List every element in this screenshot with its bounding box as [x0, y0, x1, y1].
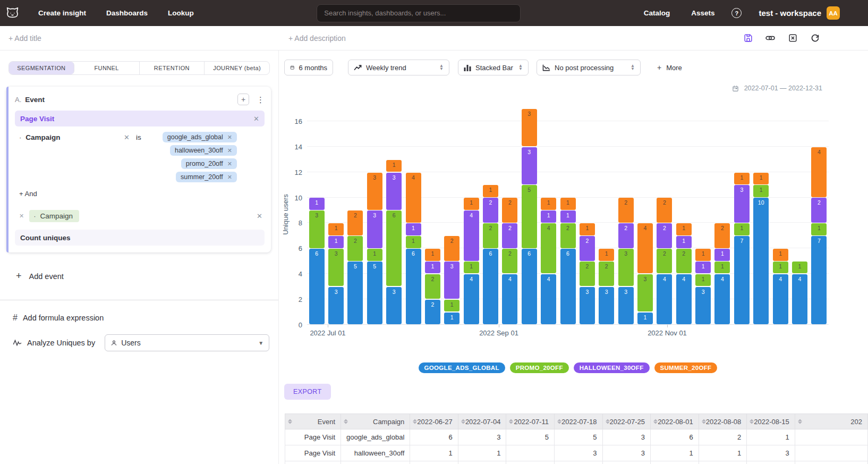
- bar-segment-summer-20off-2022-09-19[interactable]: 1: [541, 198, 556, 209]
- legend-pill-halloween-30off[interactable]: HALLOWEEN_30OFF: [574, 362, 650, 373]
- sort-icon[interactable]: [798, 419, 802, 424]
- bar-segment-halloween-30off-2022-06-27[interactable]: 1: [309, 198, 325, 209]
- avatar[interactable]: AA: [827, 6, 840, 20]
- trend-select[interactable]: Weekly trend ▲▼: [348, 60, 449, 75]
- bar-segment-google-ads-global-2022-08-15[interactable]: 1: [444, 313, 459, 324]
- bar-segment-summer-20off-2022-07-11[interactable]: 2: [347, 210, 363, 235]
- sort-icon[interactable]: [461, 419, 465, 424]
- bar-segment-google-ads-global-2022-07-18[interactable]: 5: [367, 261, 382, 324]
- bar-segment-promo-20off-2022-09-12[interactable]: 5: [522, 185, 537, 248]
- bar-segment-halloween-30off-2022-11-21[interactable]: 1: [714, 249, 730, 260]
- workspace-name[interactable]: test - workspace: [759, 9, 821, 18]
- bar-segment-google-ads-global-2022-09-12[interactable]: 6: [522, 249, 537, 324]
- remove-breakdown-icon[interactable]: ✕: [19, 213, 24, 220]
- bar-segment-promo-20off-2022-09-26[interactable]: 2: [560, 223, 576, 248]
- bar-segment-google-ads-global-2022-06-27[interactable]: 6: [309, 249, 325, 324]
- table-header-2022-08-08[interactable]: 2022-08-08: [699, 414, 747, 429]
- filter-value-tag-google-ads-global[interactable]: google_ads_global✕: [163, 132, 237, 142]
- table-header-2022-08-01[interactable]: 2022-08-01: [651, 414, 699, 429]
- bar-segment-google-ads-global-2022-08-22[interactable]: 4: [464, 274, 479, 324]
- sort-icon[interactable]: [344, 419, 348, 424]
- export-button[interactable]: EXPORT: [284, 384, 331, 400]
- bar-segment-promo-20off-2022-07-04[interactable]: 3: [328, 249, 344, 286]
- sort-icon[interactable]: [557, 419, 561, 424]
- bar-segment-promo-20off-2022-12-26[interactable]: 1: [811, 223, 827, 235]
- filter-operator[interactable]: is: [136, 133, 141, 141]
- nav-item-lookup[interactable]: Lookup: [168, 9, 194, 17]
- bar-segment-google-ads-global-2022-10-03[interactable]: 3: [580, 287, 595, 324]
- global-search-input[interactable]: [317, 4, 521, 22]
- remove-event-icon[interactable]: ✕: [253, 115, 259, 123]
- table-header-2022-07-25[interactable]: 2022-07-25: [602, 414, 651, 429]
- bar-segment-summer-20off-2022-07-25[interactable]: 1: [386, 160, 402, 172]
- analyze-by-select[interactable]: Users ▼: [105, 334, 269, 351]
- add-event-button[interactable]: + Add event: [16, 271, 278, 282]
- copy-link-icon[interactable]: [765, 33, 776, 44]
- tab-segmentation[interactable]: SEGMENTATION: [9, 62, 74, 74]
- bar-segment-summer-20off-2022-09-05[interactable]: 2: [502, 198, 517, 222]
- bar-segment-promo-20off-2022-10-10[interactable]: 2: [599, 261, 614, 286]
- post-processing-select[interactable]: No post processing ▲▼: [537, 60, 641, 75]
- bar-segment-google-ads-global-2022-10-10[interactable]: 3: [599, 287, 614, 324]
- bar-segment-halloween-30off-2022-08-15[interactable]: 3: [444, 261, 459, 299]
- bar-segment-promo-20off-2022-11-14[interactable]: 1: [695, 274, 711, 286]
- bar-segment-summer-20off-2022-08-15[interactable]: 2: [444, 236, 459, 260]
- bar-segment-google-ads-global-2022-10-31[interactable]: 4: [657, 274, 672, 324]
- sort-icon[interactable]: [288, 419, 292, 424]
- bar-segment-promo-20off-2022-08-29[interactable]: 2: [483, 223, 498, 248]
- bar-segment-google-ads-global-2022-11-14[interactable]: 3: [695, 287, 711, 324]
- table-header-2022-07-18[interactable]: 2022-07-18: [554, 414, 602, 429]
- clear-breakdown-icon[interactable]: ✕: [257, 212, 262, 220]
- bar-segment-promo-20off-2022-12-19[interactable]: 1: [792, 261, 807, 273]
- nav-item-assets[interactable]: Assets: [691, 9, 714, 17]
- bar-segment-google-ads-global-2022-07-25[interactable]: 3: [386, 287, 402, 324]
- date-range-button[interactable]: 6 months: [284, 60, 333, 75]
- bar-segment-halloween-30off-2022-09-26[interactable]: 1: [560, 210, 576, 222]
- tab-funnel[interactable]: FUNNEL: [74, 62, 140, 74]
- bar-segment-promo-20off-2022-10-31[interactable]: 2: [657, 249, 672, 273]
- bar-segment-halloween-30off-2022-10-17[interactable]: 2: [618, 223, 634, 248]
- bar-segment-promo-20off-2022-06-27[interactable]: 3: [309, 210, 325, 248]
- bar-segment-summer-20off-2022-09-12[interactable]: 3: [522, 109, 537, 146]
- bar-segment-halloween-30off-2022-11-07[interactable]: 1: [676, 236, 692, 248]
- bar-segment-google-ads-global-2022-08-08[interactable]: 2: [425, 300, 440, 324]
- bar-segment-summer-20off-2022-12-12[interactable]: 1: [773, 249, 788, 260]
- bar-segment-summer-20off-2022-12-26[interactable]: 4: [811, 147, 827, 197]
- more-options-button[interactable]: + More: [657, 63, 682, 72]
- bar-segment-google-ads-global-2022-07-11[interactable]: 5: [347, 261, 363, 324]
- bar-segment-summer-20off-2022-07-18[interactable]: 3: [367, 173, 382, 210]
- bar-segment-google-ads-global-2022-08-29[interactable]: 6: [483, 249, 498, 324]
- bar-segment-summer-20off-2022-07-04[interactable]: 1: [328, 223, 344, 235]
- table-header-202[interactable]: 202: [795, 414, 867, 429]
- tab-retention[interactable]: RETENTION: [140, 62, 205, 74]
- bar-segment-summer-20off-2022-08-22[interactable]: 1: [464, 198, 479, 209]
- bar-segment-google-ads-global-2022-11-28[interactable]: 7: [734, 236, 750, 324]
- bar-segment-summer-20off-2022-10-03[interactable]: 1: [580, 223, 595, 235]
- remove-tag-icon[interactable]: ✕: [227, 134, 232, 141]
- add-formula-button[interactable]: # Add formula expression: [13, 313, 278, 323]
- bar-segment-halloween-30off-2022-08-22[interactable]: 4: [464, 210, 479, 260]
- filter-value-tag-halloween-30off[interactable]: halloween_30off✕: [170, 145, 237, 156]
- bar-segment-google-ads-global-2022-11-07[interactable]: 4: [676, 274, 692, 324]
- bar-segment-google-ads-global-2022-12-05[interactable]: 10: [753, 198, 769, 324]
- sort-icon[interactable]: [509, 419, 513, 424]
- bar-segment-google-ads-global-2022-09-26[interactable]: 6: [560, 249, 576, 324]
- bar-segment-google-ads-global-2022-11-21[interactable]: 4: [714, 274, 730, 324]
- bar-segment-halloween-30off-2022-12-26[interactable]: 2: [811, 198, 827, 222]
- bar-segment-google-ads-global-2022-12-12[interactable]: 4: [773, 274, 788, 324]
- bar-segment-google-ads-global-2022-10-17[interactable]: 3: [618, 287, 634, 324]
- nav-item-catalog[interactable]: Catalog: [644, 9, 670, 17]
- bar-segment-promo-20off-2022-08-08[interactable]: 2: [425, 274, 440, 299]
- remove-tag-icon[interactable]: ✕: [227, 147, 232, 154]
- table-header-2022-07-04[interactable]: 2022-07-04: [458, 414, 506, 429]
- bar-segment-halloween-30off-2022-08-08[interactable]: 1: [425, 261, 440, 273]
- bar-segment-halloween-30off-2022-08-01[interactable]: 1: [406, 223, 421, 235]
- bar-segment-summer-20off-2022-10-24[interactable]: 4: [637, 223, 653, 273]
- bar-segment-promo-20off-2022-08-15[interactable]: 1: [444, 300, 459, 311]
- filter-value-tag-summer-20off[interactable]: summer_20off✕: [176, 172, 237, 182]
- bar-segment-summer-20off-2022-10-10[interactable]: 1: [599, 249, 614, 260]
- bar-segment-halloween-30off-2022-07-25[interactable]: 3: [386, 173, 402, 210]
- legend-pill-summer-20off[interactable]: SUMMER_20OFF: [654, 362, 718, 373]
- add-title-button[interactable]: + Add title: [8, 34, 41, 43]
- table-header-2022-07-11[interactable]: 2022-07-11: [506, 414, 555, 429]
